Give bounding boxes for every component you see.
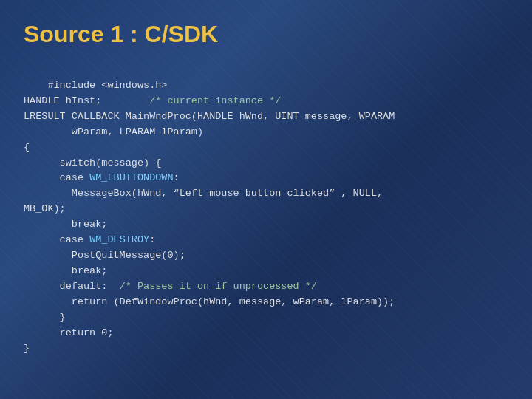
comment-unprocessed: /* Passes it on if unprocessed */: [120, 281, 317, 292]
code-line-1: #include <windows.h>: [47, 80, 167, 91]
code-line-2: HANDLE hInst; /* current instance */: [24, 95, 281, 106]
slide: Source 1 : C/SDK #include <windows.h> HA…: [0, 0, 532, 399]
comment-instance: /* current instance */: [149, 95, 281, 106]
wm-destroy: WM_DESTROY: [89, 234, 149, 245]
wm-lbuttondown: WM_LBUTTONDOWN: [89, 172, 173, 183]
slide-title: Source 1 : C/SDK: [24, 21, 508, 48]
code-line-3: LRESULT CALLBACK MainWndProc(HANDLE hWnd…: [24, 111, 395, 354]
code-block: #include <windows.h> HANDLE hInst; /* cu…: [24, 63, 508, 372]
